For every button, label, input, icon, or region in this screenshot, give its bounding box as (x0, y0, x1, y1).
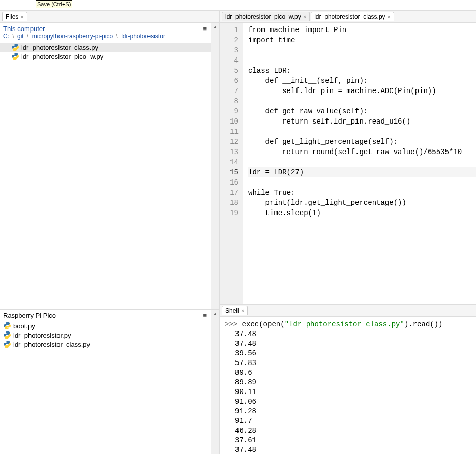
shell-line: 91.06 (225, 397, 471, 407)
shell-line: 91.28 (225, 407, 471, 416)
line-number: 15 (220, 167, 239, 177)
python-icon (3, 331, 11, 339)
file-name: ldr_photoresistor_pico_w.py (21, 53, 103, 60)
shell-line: 37.48 (225, 329, 471, 339)
right-column: ldr_photoresistor_pico_w.py×ldr_photores… (220, 11, 476, 454)
hamburger-icon[interactable]: ≡ (203, 312, 206, 319)
line-gutter: 12345678910111213141516171819 (220, 23, 243, 304)
code-line[interactable]: class LDR: (248, 66, 476, 76)
svg-point-6 (6, 332, 6, 332)
code-line[interactable]: def __init__(self, pin): (248, 76, 476, 86)
breadcrumb-segment[interactable]: C: (3, 33, 9, 40)
hamburger-icon[interactable]: ≡ (203, 25, 206, 33)
file-item[interactable]: ldr_photoresistor_class.py (0, 340, 211, 349)
file-item[interactable]: ldr_photoresistor.py (0, 330, 211, 340)
line-number: 14 (220, 157, 239, 167)
file-item[interactable]: ldr_photoresistor_pico_w.py (0, 52, 211, 61)
shell-line: 39.56 (225, 349, 471, 358)
scroll-up-icon[interactable]: ▲ (213, 23, 218, 31)
code-line[interactable]: while True: (248, 188, 476, 198)
svg-point-8 (6, 341, 6, 342)
file-item[interactable]: boot.py (0, 321, 211, 330)
code-line[interactable] (248, 127, 476, 137)
editor-tab-strip: ldr_photoresistor_pico_w.py×ldr_photores… (220, 11, 476, 23)
shell-tab[interactable]: Shell × (222, 306, 248, 315)
breadcrumb[interactable]: C: \ git \ micropython-raspberry-pi-pico… (0, 33, 211, 42)
python-icon (3, 322, 11, 330)
file-name: ldr_photoresistor.py (13, 331, 71, 339)
svg-point-5 (8, 328, 8, 329)
python-icon (11, 43, 19, 51)
device-panel-title: Raspberry Pi Pico (3, 312, 56, 319)
editor-tab[interactable]: ldr_photoresistor_class.py× (311, 12, 394, 21)
file-name: ldr_photoresistor_class.py (13, 341, 90, 348)
file-name: boot.py (13, 322, 35, 330)
line-number: 9 (220, 106, 239, 116)
code-line[interactable] (248, 55, 476, 66)
code-line[interactable]: return self.ldr_pin.read_u16() (248, 116, 476, 127)
files-tab[interactable]: Files × (2, 12, 27, 21)
line-number: 12 (220, 137, 239, 147)
code-editor[interactable]: 12345678910111213141516171819 from machi… (220, 23, 476, 304)
code-line[interactable] (248, 96, 476, 106)
code-line[interactable] (248, 157, 476, 167)
line-number: 19 (220, 208, 239, 218)
main-area: Files × This computer ≡ C: \ git \ micro… (0, 10, 476, 454)
shell-line: 37.48 (225, 339, 471, 349)
scroll-up-icon[interactable]: ▲ (213, 310, 218, 318)
svg-point-7 (8, 338, 8, 338)
line-number: 17 (220, 188, 239, 198)
code-line[interactable]: print(ldr.get_light_percentage()) (248, 198, 476, 208)
shell-line: 37.61 (225, 436, 471, 445)
shell-prompt: >>> (225, 320, 242, 328)
line-number: 2 (220, 35, 239, 45)
shell-line: 46.28 (225, 426, 471, 436)
file-item[interactable]: ldr_photoresistor_class.py (0, 43, 211, 52)
code-line[interactable]: self.ldr_pin = machine.ADC(Pin(pin)) (248, 86, 476, 96)
close-icon[interactable]: × (303, 14, 306, 20)
shell-line: 89.89 (225, 378, 471, 387)
code-line[interactable] (248, 45, 476, 55)
editor-tab[interactable]: ldr_photoresistor_pico_w.py× (222, 12, 310, 21)
device-file-tree: boot.pyldr_photoresistor.pyldr_photoresi… (0, 319, 211, 350)
files-panel: This computer ≡ C: \ git \ micropython-r… (0, 23, 219, 309)
save-tooltip: Save (Ctrl+S) (36, 0, 72, 8)
breadcrumb-segment[interactable]: micropython-raspberry-pi-pico (32, 33, 113, 40)
scrollbar[interactable]: ▲ (211, 310, 219, 454)
code-line[interactable]: ldr = LDR(27) (248, 167, 476, 177)
code-line[interactable]: def get_light_percentage(self): (248, 137, 476, 147)
code-line[interactable]: from machine import Pin (248, 25, 476, 35)
svg-point-0 (14, 44, 14, 45)
code-line[interactable]: time.sleep(1) (248, 208, 476, 218)
shell-command: exec(open("ldr_photoresistor_class.py").… (242, 320, 443, 328)
device-panel: Raspberry Pi Pico ≡ boot.pyldr_photoresi… (0, 309, 219, 454)
close-icon[interactable]: × (20, 14, 23, 20)
local-file-tree: ldr_photoresistor_class.pyldr_photoresis… (0, 42, 211, 62)
close-icon[interactable]: × (241, 308, 244, 314)
scrollbar[interactable]: ▲ (211, 23, 219, 309)
line-number: 3 (220, 45, 239, 55)
code-line[interactable]: import time (248, 35, 476, 45)
line-number: 8 (220, 96, 239, 106)
close-icon[interactable]: × (388, 14, 391, 20)
breadcrumb-segment[interactable]: git (17, 33, 24, 40)
line-number: 6 (220, 76, 239, 86)
line-number: 10 (220, 116, 239, 127)
code-area[interactable]: from machine import Pinimport time class… (243, 23, 476, 304)
shell-tab-strip: Shell × (220, 305, 476, 317)
breadcrumb-segment[interactable]: ldr-photoresistor (121, 33, 165, 40)
code-line[interactable] (248, 177, 476, 188)
code-line[interactable]: def get_raw_value(self): (248, 106, 476, 116)
svg-point-9 (8, 347, 8, 347)
code-line[interactable]: return round(self.get_raw_value()/65535*… (248, 147, 476, 157)
file-name: ldr_photoresistor_class.py (21, 44, 98, 51)
shell-output[interactable]: >>> exec(open("ldr_photoresistor_class.p… (220, 317, 476, 454)
files-tab-strip: Files × (0, 11, 219, 23)
editor-tab-label: ldr_photoresistor_class.py (314, 13, 385, 20)
shell-line: 89.6 (225, 368, 471, 378)
line-number: 1 (220, 25, 239, 35)
svg-point-3 (16, 59, 16, 59)
line-number: 13 (220, 147, 239, 157)
files-panel-title: This computer (3, 25, 45, 33)
shell-tab-label: Shell (225, 307, 239, 314)
